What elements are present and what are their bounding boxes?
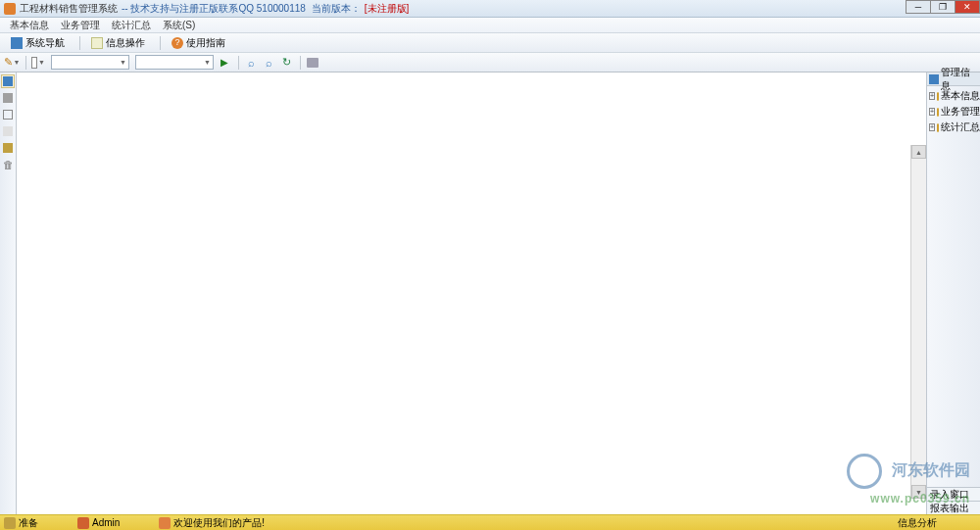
close-button[interactable]: ✕: [955, 0, 980, 14]
tree-item-basic-info[interactable]: + 基本信息: [929, 88, 978, 104]
tree-item-stats-summary[interactable]: + 统计汇总: [929, 120, 978, 135]
separator: [300, 56, 301, 70]
dropdown-arrow-icon: ▼: [14, 59, 21, 66]
trash-icon: 🗑: [3, 159, 14, 170]
info-icon: [91, 37, 103, 49]
welcome-icon: [159, 517, 171, 529]
user-icon: [77, 517, 89, 529]
menubar: 基本信息 业务管理 统计汇总 系统(S): [0, 18, 980, 33]
side-tab-3[interactable]: [1, 108, 15, 121]
page-icon: [3, 93, 13, 103]
find-icon: ⌕: [248, 57, 255, 69]
tree-item-business-mgmt[interactable]: + 业务管理: [929, 104, 978, 120]
help-icon: ?: [172, 37, 183, 49]
zoom-button[interactable]: ⌕: [261, 55, 276, 71]
minimize-button[interactable]: ─: [906, 0, 931, 14]
separator: [79, 36, 80, 50]
doc-icon: [3, 110, 13, 120]
menu-business-mgmt[interactable]: 业务管理: [55, 19, 106, 32]
edit-dropdown[interactable]: ✎ ▼: [4, 55, 20, 71]
nav-tree: + 基本信息 + 业务管理 + 统计汇总: [927, 86, 980, 137]
status-info-analysis: 信息分析: [898, 516, 937, 530]
info-operate-label: 信息操作: [106, 36, 145, 50]
tree-label: 统计汇总: [941, 120, 980, 134]
side-tab-1[interactable]: [1, 74, 15, 88]
tree-label: 基本信息: [941, 89, 980, 103]
separator: [238, 56, 239, 70]
version-label: 当前版本：: [312, 2, 361, 16]
right-sidebar: 管理信息 + 基本信息 + 业务管理 + 统计汇总 录入窗口: [926, 72, 980, 514]
left-sidebar: 🗑: [0, 72, 17, 514]
menu-system[interactable]: 系统(S): [157, 19, 201, 32]
play-button[interactable]: ▶: [217, 55, 232, 71]
tab-entry-window[interactable]: 录入窗口: [927, 487, 980, 501]
titlebar: 工程材料销售管理系统 -- 技术支持与注册正版联系QQ 510000118 当前…: [0, 0, 980, 18]
separator: [25, 56, 26, 70]
folder-icon: [937, 123, 939, 132]
side-tab-2[interactable]: [1, 91, 15, 105]
gear-icon: [3, 143, 13, 153]
menu-stats-summary[interactable]: 统计汇总: [106, 19, 157, 32]
expand-icon[interactable]: +: [929, 123, 935, 131]
refresh-icon: ↻: [282, 56, 291, 69]
side-tab-5[interactable]: [1, 141, 15, 155]
status-ready-label: 准备: [19, 516, 38, 530]
system-nav-label: 系统导航: [25, 36, 65, 50]
menu-basic-info[interactable]: 基本信息: [4, 19, 55, 32]
list-icon: [3, 126, 13, 136]
expand-icon[interactable]: +: [929, 108, 935, 116]
pencil-icon: ✎: [4, 56, 13, 69]
toolbar-edit: ✎ ▼ ▼ ▼ ▼ ▶ ⌕ ⌕ ↻: [0, 53, 980, 72]
window-controls: ─ ❐ ✕: [906, 0, 980, 14]
folder-icon: [937, 92, 939, 101]
app-subtitle: -- 技术支持与注册正版联系QQ 510000118: [122, 2, 306, 16]
statusbar: 准备 Admin 欢迎使用我们的产品! 信息分析: [0, 514, 980, 530]
vertical-scrollbar[interactable]: ▲ ▼: [910, 145, 926, 499]
expand-icon[interactable]: +: [929, 92, 935, 100]
tree-label: 业务管理: [941, 105, 980, 119]
scroll-down-button[interactable]: ▼: [911, 485, 926, 499]
info-operate-button[interactable]: 信息操作: [84, 34, 152, 52]
dropdown-arrow-icon: ▼: [204, 59, 211, 66]
content-area: [17, 72, 926, 514]
folder-icon: [937, 108, 939, 117]
scroll-up-button[interactable]: ▲: [911, 145, 926, 159]
app-title: 工程材料销售管理系统: [20, 2, 118, 16]
sheet-icon: [31, 57, 37, 69]
panel-icon: [929, 74, 939, 84]
combo-2[interactable]: ▼: [135, 55, 214, 70]
tab-label: 录入窗口: [930, 488, 969, 502]
play-icon: ▶: [220, 57, 228, 68]
main-area: 🗑 ▲ ▼ 管理信息 + 基本信息 + 业务管理 + 统计汇: [0, 72, 980, 514]
status-info-analysis-label: 信息分析: [898, 516, 937, 530]
maximize-button[interactable]: ❐: [930, 0, 956, 14]
dropdown-arrow-icon: ▼: [38, 59, 45, 66]
unregistered-label: [未注册版]: [365, 2, 410, 16]
combo-1[interactable]: ▼: [51, 55, 129, 70]
status-user-label: Admin: [92, 517, 120, 528]
system-nav-button[interactable]: 系统导航: [4, 34, 72, 52]
usage-guide-label: 使用指南: [186, 36, 225, 50]
zoom-icon: ⌕: [266, 57, 272, 69]
nav-icon: [11, 37, 23, 49]
tab-label: 报表输出: [930, 502, 969, 515]
app-icon: [4, 3, 16, 15]
toolbar-main: 系统导航 信息操作 ? 使用指南: [0, 33, 980, 53]
usage-guide-button[interactable]: ? 使用指南: [165, 34, 232, 52]
right-panel-header: 管理信息: [927, 72, 980, 86]
form-icon: [3, 76, 13, 86]
dropdown-arrow-icon: ▼: [120, 59, 126, 66]
right-bottom-tabs: 录入窗口 报表输出: [927, 487, 980, 514]
refresh-button[interactable]: ↻: [278, 55, 294, 71]
side-tab-6[interactable]: 🗑: [1, 158, 15, 171]
sheet-dropdown[interactable]: ▼: [30, 55, 46, 71]
status-ready: 准备: [4, 516, 38, 530]
status-welcome: 欢迎使用我们的产品!: [159, 516, 265, 530]
separator: [160, 36, 161, 50]
side-tab-4[interactable]: [1, 124, 15, 138]
find-button[interactable]: ⌕: [243, 55, 259, 71]
tab-report-output[interactable]: 报表输出: [927, 501, 980, 514]
print-button[interactable]: [305, 55, 320, 71]
ready-icon: [4, 517, 16, 529]
print-icon: [307, 58, 318, 68]
